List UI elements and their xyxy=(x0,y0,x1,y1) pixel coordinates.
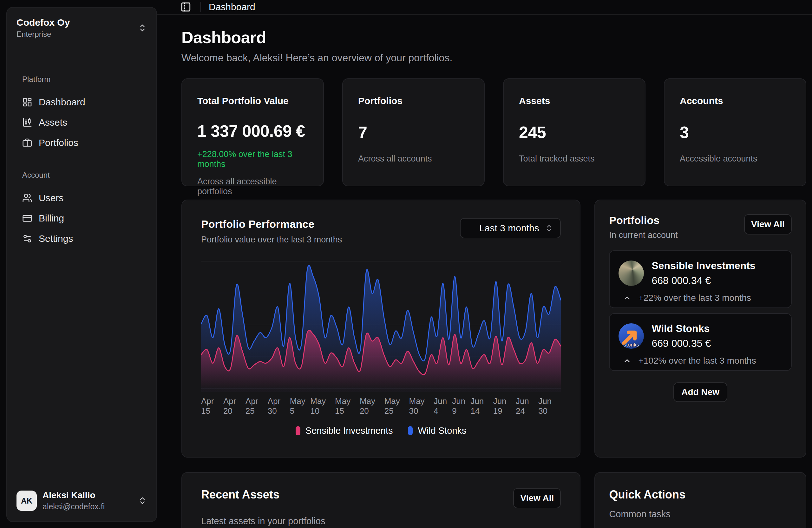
sliders-icon xyxy=(22,233,32,244)
briefcase-icon xyxy=(22,138,32,148)
x-axis-label: Apr 15 xyxy=(201,396,223,416)
sidebar-item-users[interactable]: Users xyxy=(7,188,152,208)
quick-actions-title: Quick Actions xyxy=(609,488,792,501)
credit-card-icon xyxy=(22,213,32,223)
portfolio-list-item-wild[interactable]: stonks Wild Stonks 669 000.35 € +102% ov… xyxy=(609,313,792,371)
portfolio-trend: +102% over the last 3 months xyxy=(638,356,756,366)
chevrons-up-down-icon xyxy=(545,224,553,232)
portfolios-panel: Portfolios In current account View All S… xyxy=(594,200,806,458)
user-name: Aleksi Kallio xyxy=(43,490,105,500)
stat-card-portfolios: Portfolios 7 Across all accounts xyxy=(342,79,485,186)
recent-assets-subtitle: Latest assets in your portfolios xyxy=(201,516,561,526)
portfolio-avatar-money xyxy=(619,260,644,286)
stat-value: 3 xyxy=(680,123,791,142)
chevrons-up-down-icon xyxy=(138,496,147,505)
x-axis-label: Jun 30 xyxy=(538,396,561,416)
sidebar-item-dashboard[interactable]: Dashboard xyxy=(7,92,152,112)
quick-actions-subtitle: Common tasks xyxy=(609,509,792,519)
chart-legend: Sensible Investments Wild Stonks xyxy=(201,426,561,436)
stat-value: 7 xyxy=(358,123,469,142)
dashboard-icon xyxy=(22,97,32,107)
range-selector[interactable]: Last 3 months xyxy=(460,218,561,238)
chevrons-up-down-icon xyxy=(138,24,147,32)
x-axis-label: May 25 xyxy=(385,396,409,416)
portfolio-name: Sensible Investments xyxy=(652,260,755,272)
avatar: AK xyxy=(16,490,37,511)
stat-card-total-value: Total Portfolio Value 1 337 000.69 € +22… xyxy=(182,79,324,186)
stats-row: Total Portfolio Value 1 337 000.69 € +22… xyxy=(182,79,806,186)
panel-subtitle: In current account xyxy=(609,230,678,240)
panel-left-dashed-icon xyxy=(180,2,191,12)
page-subtitle: Welcome back, Aleksi! Here’s an overview… xyxy=(182,52,806,64)
x-axis-label: Jun 14 xyxy=(470,396,493,416)
breadcrumb: Dashboard xyxy=(209,2,255,12)
portfolio-value: 668 000.34 € xyxy=(652,275,755,287)
x-axis-label: Jun 4 xyxy=(434,396,452,416)
stat-value: 1 337 000.69 € xyxy=(197,122,308,141)
portfolio-value: 669 000.35 € xyxy=(652,338,711,349)
chevron-up-icon xyxy=(623,294,631,302)
user-email: aleksi@codefox.fi xyxy=(43,502,105,511)
add-new-portfolio-button[interactable]: Add New xyxy=(673,382,727,402)
stat-note: Across all accounts xyxy=(358,154,469,164)
section-label-account: Account xyxy=(7,171,156,180)
x-axis-label: Apr 20 xyxy=(223,396,246,416)
sidebar-item-label: Billing xyxy=(39,213,64,224)
sidebar-item-label: Users xyxy=(39,192,63,203)
sidebar: Codefox Oy Enterprise Platform Dashboard… xyxy=(6,7,157,522)
chart-subtitle: Portfolio value over the last 3 months xyxy=(201,235,342,245)
main-area: Dashboard Dashboard Welcome back, Aleksi… xyxy=(157,0,812,528)
recent-assets-card: Recent Assets View All Latest assets in … xyxy=(182,472,580,528)
sidebar-item-portfolios[interactable]: Portfolios xyxy=(7,133,152,153)
user-menu[interactable]: AK Aleksi Kallio aleksi@codefox.fi xyxy=(11,485,152,516)
stat-note: Across all accessible portfolios xyxy=(197,177,308,196)
performance-chart xyxy=(201,259,561,392)
x-axis-label: May 20 xyxy=(360,396,385,416)
stat-value: 245 xyxy=(519,123,629,142)
stat-trend: +228.00% over the last 3 months xyxy=(197,149,308,169)
x-axis-label: May 15 xyxy=(335,396,360,416)
x-axis-label: Jun 9 xyxy=(452,396,470,416)
sidebar-item-billing[interactable]: Billing xyxy=(7,208,152,228)
section-label-platform: Platform xyxy=(7,75,156,84)
view-all-assets-button[interactable]: View All xyxy=(513,488,561,508)
stat-title: Portfolios xyxy=(358,96,469,106)
x-axis-label: May 5 xyxy=(290,396,310,416)
sidebar-item-settings[interactable]: Settings xyxy=(7,228,152,249)
portfolio-name: Wild Stonks xyxy=(652,323,711,334)
recent-assets-title: Recent Assets xyxy=(201,488,279,501)
sidebar-item-label: Assets xyxy=(39,117,67,128)
stat-title: Accounts xyxy=(680,96,791,106)
stat-title: Total Portfolio Value xyxy=(197,96,308,106)
view-all-portfolios-button[interactable]: View All xyxy=(744,214,792,234)
x-axis-label: Apr 25 xyxy=(246,396,268,416)
stat-card-accounts: Accounts 3 Accessible accounts xyxy=(664,79,806,186)
legend-entry-sensible: Sensible Investments xyxy=(295,426,393,436)
portfolio-list-item-sensible[interactable]: Sensible Investments 668 000.34 € +22% o… xyxy=(609,251,792,308)
org-switcher[interactable]: Codefox Oy Enterprise xyxy=(11,12,152,44)
x-axis-label: Jun 24 xyxy=(516,396,538,416)
portfolio-performance-card: Portfolio Performance Portfolio value ov… xyxy=(182,200,580,458)
legend-swatch xyxy=(295,426,300,436)
topbar-separator xyxy=(201,2,201,12)
x-axis-label: May 10 xyxy=(310,396,335,416)
quick-actions-card: Quick Actions Common tasks xyxy=(594,472,806,528)
legend-swatch xyxy=(408,426,413,436)
sidebar-item-label: Settings xyxy=(39,233,73,244)
panel-title: Portfolios xyxy=(609,214,678,227)
topbar: Dashboard xyxy=(157,0,812,15)
legend-entry-wild: Wild Stonks xyxy=(408,426,466,436)
stat-note: Total tracked assets xyxy=(519,154,629,164)
sidebar-item-assets[interactable]: Assets xyxy=(7,112,152,133)
org-name: Codefox Oy xyxy=(16,17,70,28)
stat-card-assets: Assets 245 Total tracked assets xyxy=(503,79,646,186)
candlestick-chart-icon xyxy=(22,117,32,128)
sidebar-item-label: Dashboard xyxy=(39,97,85,108)
x-axis-label: Jun 19 xyxy=(493,396,516,416)
stat-note: Accessible accounts xyxy=(680,154,791,164)
x-axis-label: May 30 xyxy=(409,396,434,416)
x-axis-labels: Apr 15Apr 20Apr 25Apr 30May 5May 10May 1… xyxy=(201,396,561,416)
portfolio-avatar-stonks: stonks xyxy=(619,323,644,349)
chevron-up-icon xyxy=(623,357,631,365)
sidebar-toggle-button[interactable] xyxy=(179,0,193,14)
